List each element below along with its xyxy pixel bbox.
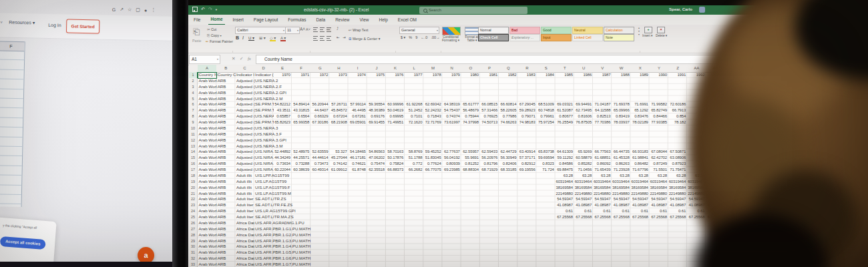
cell[interactable]: ARB	[216, 226, 236, 232]
column-header-T[interactable]: T	[556, 65, 574, 72]
cell[interactable]: 63.28	[687, 173, 706, 179]
cell[interactable]: 38169584	[687, 185, 706, 191]
cell[interactable]: 0.79961	[537, 113, 556, 119]
style-chip-normal[interactable]: Normal	[478, 27, 509, 34]
cell[interactable]: 62.69342	[423, 101, 442, 107]
column-header-AC[interactable]: AC	[725, 65, 744, 72]
cell[interactable]: Adjusted (	[235, 119, 255, 125]
cell[interactable]: 0.81252	[461, 161, 480, 167]
cell[interactable]: 0.87923	[668, 161, 687, 167]
orientation-icon[interactable]: ⤴	[337, 27, 339, 31]
shrink-font-icon[interactable]: A˅	[306, 27, 310, 31]
cell[interactable]: Adjusted (	[235, 78, 255, 84]
cell[interactable]: UIS.NERA.3.GPI	[254, 138, 329, 144]
cell[interactable]: UIS.LP.AG15T99.F	[254, 185, 329, 191]
cell[interactable]: 22149880	[574, 191, 593, 197]
google-icon[interactable]: G	[112, 7, 116, 11]
account-name[interactable]: Spear, Carlo	[669, 7, 692, 11]
cell[interactable]: 67.25568	[631, 214, 650, 220]
cell[interactable]: 64.61309	[556, 149, 574, 155]
cell[interactable]: 60.58879	[574, 155, 593, 161]
cell[interactable]: 71.49951	[386, 119, 405, 125]
cell[interactable]: 60319464	[593, 179, 612, 185]
vertical-align-icons[interactable]	[313, 27, 331, 32]
cell[interactable]: 54.59347	[574, 196, 593, 202]
cell[interactable]: ARB	[216, 149, 236, 155]
column-header-P[interactable]: P	[480, 65, 499, 72]
cell[interactable]: SE.ADT.LITR.FE.ZS	[254, 202, 329, 208]
cell[interactable]: 1985	[556, 72, 574, 78]
cell[interactable]: 44.34249	[273, 155, 292, 161]
cell[interactable]: ARB	[216, 107, 236, 113]
cell[interactable]: 1974	[349, 72, 367, 78]
column-header-Q[interactable]: Q	[499, 65, 517, 72]
cell[interactable]: Arab Worl	[198, 155, 218, 161]
column-header-H[interactable]: H	[329, 65, 348, 72]
cell[interactable]: 0.69995	[386, 113, 405, 119]
cell[interactable]: 1972	[310, 72, 329, 78]
cell[interactable]: Arab Worl	[198, 202, 218, 208]
cell[interactable]: 0.61	[650, 208, 668, 214]
cell[interactable]: 58.8769	[405, 149, 423, 155]
fill-color-icon[interactable]: ◇ ▾	[270, 35, 276, 41]
cell[interactable]: 1982	[499, 72, 517, 78]
conditional-formatting-icon[interactable]	[442, 27, 461, 35]
paste-icon[interactable]: ⎗	[193, 27, 200, 37]
cell[interactable]: Adjusted (	[235, 155, 255, 161]
cell[interactable]: 51.83045	[423, 155, 442, 161]
cell[interactable]: ARB	[216, 119, 236, 125]
percent-icon[interactable]: %	[409, 35, 412, 39]
cell[interactable]: 22149880	[612, 191, 630, 197]
cell[interactable]: 46.17181	[349, 155, 367, 161]
cell[interactable]: SE.PRM.TE	[254, 107, 274, 113]
cell[interactable]: 38169584	[574, 185, 593, 191]
cell[interactable]: Adult illit	[235, 173, 255, 179]
cell[interactable]: Adjusted (	[235, 113, 255, 119]
cell[interactable]: UIS.AFR.PBR.1.G5.PU.MATH	[254, 250, 329, 256]
cell[interactable]: 1993	[706, 72, 724, 78]
cell[interactable]: 38169584	[593, 185, 612, 191]
cell[interactable]: 1992	[687, 72, 706, 78]
cell[interactable]: 0.7101	[405, 113, 423, 119]
style-chip-bad[interactable]: Bad	[509, 27, 540, 34]
merge-center-button[interactable]: ⊞ Merge & Center ▾	[349, 37, 380, 41]
cell[interactable]: 0.75944	[461, 113, 480, 119]
increase-indent-icon[interactable]: ⇥	[343, 35, 346, 39]
cell[interactable]: 61.09912	[329, 167, 348, 173]
cell[interactable]: 63.08906	[668, 155, 687, 161]
tab-review[interactable]: Review	[333, 15, 351, 25]
cell[interactable]: 62.42702	[650, 155, 668, 161]
cell[interactable]: 56.04192	[443, 155, 461, 161]
cell[interactable]: 67.25568	[687, 214, 706, 220]
cell[interactable]: ARB	[216, 173, 236, 179]
align-middle-icon[interactable]	[320, 27, 324, 32]
cell[interactable]: 41.08987	[650, 202, 668, 208]
cell[interactable]: 55.9691	[461, 155, 480, 161]
cell[interactable]: Arab Worl	[198, 161, 218, 167]
cell[interactable]: 65.83738	[537, 149, 556, 155]
cell[interactable]: 1991	[668, 72, 687, 78]
cell[interactable]: 38169584	[650, 185, 668, 191]
cell[interactable]: 41.08987	[631, 202, 650, 208]
cell[interactable]: 69.94491	[574, 101, 593, 107]
cell[interactable]: 78.182	[668, 119, 687, 125]
cell[interactable]: 51.1788	[405, 155, 423, 161]
column-header-W[interactable]: W	[612, 65, 630, 72]
column-header-I[interactable]: I	[349, 65, 367, 72]
grow-font-icon[interactable]: A˄	[300, 27, 305, 31]
cell[interactable]: Adult liter	[235, 196, 255, 202]
cell[interactable]: 62.77637	[443, 149, 461, 155]
cell[interactable]: SE.PRM.TE	[254, 101, 274, 107]
style-chip-neutral[interactable]: Neutral	[572, 27, 603, 34]
cell[interactable]: 59.28923	[517, 107, 536, 113]
style-chip-explanatory-[interactable]: Explanatory ...	[509, 34, 540, 41]
style-chip-input[interactable]: Input	[541, 34, 572, 41]
cell[interactable]: Africa Dat	[235, 220, 255, 226]
cell[interactable]: UIS.LR.AG15T99.GPI	[254, 208, 329, 214]
cell[interactable]: 0.74142	[329, 161, 348, 167]
cell[interactable]: 0.84466	[650, 113, 668, 119]
align-bottom-icon[interactable]	[327, 27, 331, 32]
cell[interactable]: 78.02189	[631, 119, 650, 125]
cell[interactable]: ARB	[216, 144, 236, 150]
cell[interactable]: ARB	[216, 202, 236, 208]
